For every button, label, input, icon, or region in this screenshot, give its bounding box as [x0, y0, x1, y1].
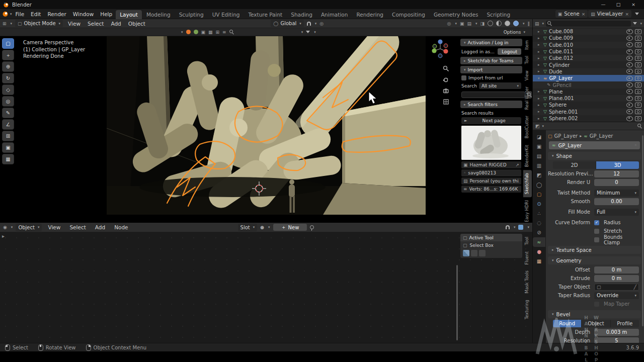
scene-unlink-icon[interactable]: × [582, 12, 586, 17]
disable-render-icon[interactable] [635, 116, 641, 121]
disable-render-icon[interactable] [635, 62, 641, 67]
slot-selector[interactable]: Slot ▾ [238, 224, 258, 231]
render-u-field[interactable]: 0 [594, 179, 639, 186]
active-tool-header[interactable]: ▢ Active Tool [460, 234, 522, 241]
pivot-point-icon[interactable]: ◎ [447, 21, 451, 26]
outliner-row-sphere002[interactable]: ▸▽Sphere.002 [533, 115, 644, 122]
resolution-preview-field[interactable]: 12 [594, 170, 639, 177]
editor-type-icon[interactable]: ⊞ [3, 21, 7, 26]
pattern-icon[interactable]: ▦ [208, 30, 213, 35]
tab-view[interactable]: View [523, 67, 532, 83]
hide-viewport-icon[interactable] [626, 103, 633, 108]
matcap-ball-icon[interactable] [194, 30, 198, 34]
tool-select-box[interactable]: ▢ [2, 38, 14, 49]
sketchfab-search-input[interactable] [461, 92, 525, 98]
menu-view[interactable]: View [66, 21, 83, 27]
menu-select[interactable]: Select [86, 21, 106, 27]
disable-render-icon[interactable] [635, 89, 641, 94]
hide-viewport-icon[interactable] [626, 69, 633, 74]
editor-type-icon[interactable]: ◉ [3, 225, 7, 230]
search-icon[interactable] [637, 124, 642, 128]
tab-blenderkit[interactable]: BlenderKit [523, 142, 532, 170]
snap-icon[interactable] [506, 225, 510, 229]
outliner-row-gp-layer[interactable]: ▾≈GP_Layer [533, 75, 644, 81]
brush-thumb[interactable] [463, 250, 469, 256]
breadcrumb-collapse-icon[interactable]: ▸ [2, 233, 5, 239]
shading-solid-icon[interactable] [496, 21, 502, 26]
brush-thumb[interactable] [479, 250, 486, 256]
map-taper-checkbox[interactable] [594, 302, 599, 307]
taper-object-field[interactable]: ▢ ╱ [594, 284, 639, 291]
geometry-panel-header[interactable]: ▾ Geometry [548, 256, 641, 264]
expand-icon[interactable]: ▸ [538, 56, 541, 60]
next-page-button[interactable]: ► Next page [461, 117, 521, 124]
brush-thumb[interactable] [471, 250, 477, 256]
workspace-tab-modeling[interactable]: Modeling [142, 10, 175, 19]
tab-texture-properties[interactable]: ▦ [533, 256, 545, 266]
tab-render-properties[interactable]: ▣ [533, 142, 545, 151]
outliner-row-cube009[interactable]: ▸▽Cube.009 [533, 35, 644, 41]
view-layer-unlink-icon[interactable]: × [625, 12, 629, 17]
tool-extra-2[interactable]: ▦ [2, 154, 14, 164]
tab-world-properties[interactable]: ◯ [533, 180, 545, 190]
texture-icon[interactable]: ▣ [201, 30, 206, 35]
logout-button[interactable]: Logout [498, 48, 521, 55]
outliner-row-plane[interactable]: ▸▽Plane [533, 88, 644, 95]
expand-icon[interactable]: ▸ [538, 69, 541, 73]
tab-tool[interactable]: Tool [523, 234, 532, 248]
transform-orientation-selector[interactable]: ◯ Global ▾ [271, 20, 304, 27]
outliner-row-dude[interactable]: ▸▽Dude [533, 68, 644, 75]
filter-icon[interactable] [633, 22, 637, 25]
minimize-button[interactable]: — [596, 0, 611, 9]
hide-viewport-icon[interactable] [626, 56, 633, 61]
offset-field[interactable]: 0 m [594, 266, 639, 274]
ortho-toggle-icon[interactable] [443, 99, 449, 105]
tab-modifier-properties[interactable]: ⊙ [533, 199, 545, 209]
tool-move[interactable]: ⊕ [2, 61, 14, 72]
teams-panel-header[interactable]: ▸ Sketchfab for Teams [460, 57, 522, 64]
workspace-tab-uv-editing[interactable]: UV Editing [208, 10, 244, 19]
disable-render-icon[interactable] [635, 29, 641, 34]
menu-select[interactable]: Select [66, 224, 89, 230]
tab-mask-tools[interactable]: Mask Tools [523, 267, 532, 297]
menu-node[interactable]: Node [111, 224, 131, 230]
tab-tool[interactable]: Tool [523, 53, 532, 67]
node-canvas[interactable]: ▸ [0, 232, 532, 343]
menu-add[interactable]: Add [109, 21, 123, 27]
list-icon[interactable]: ≡ [222, 30, 226, 35]
menu-window[interactable]: Window [70, 11, 97, 17]
outliner-row-cylinder[interactable]: ▸▽Cylinder [533, 61, 644, 68]
navigation-gizmo[interactable] [429, 37, 452, 62]
search-icon[interactable] [229, 30, 234, 34]
fake-user-icon[interactable]: ◦ [634, 143, 637, 148]
tab-physics-properties[interactable]: ◌ [533, 218, 545, 228]
outliner-row-cube010[interactable]: ▸▽Cube.010 [533, 42, 644, 48]
disable-render-icon[interactable] [635, 109, 641, 114]
workspace-tab-shading[interactable]: Shading [287, 10, 316, 19]
data-name-field[interactable]: ≈ GP_Layer ◦ [549, 141, 640, 149]
tool-annotate[interactable]: ✎ [2, 108, 14, 118]
expand-icon[interactable]: ▸ [538, 30, 541, 34]
tab-object-properties[interactable]: ▢ [533, 190, 545, 199]
stretch-checkbox[interactable] [594, 229, 599, 234]
scene-selector[interactable]: ▣ Scene × [555, 10, 588, 18]
expand-icon[interactable]: ▸ [538, 50, 541, 54]
outliner-row-gpencil[interactable]: ✎GPencil [533, 81, 644, 88]
breadcrumb-data[interactable]: GP_Layer [590, 133, 613, 139]
editor-type-icon[interactable]: ▤ [535, 21, 539, 26]
menu-view[interactable]: View [45, 224, 63, 230]
hide-viewport-icon[interactable] [626, 49, 633, 54]
tool-extra-1[interactable]: ▣ [2, 142, 14, 153]
disable-render-icon[interactable] [635, 42, 641, 47]
bevel-round-button[interactable]: Round [553, 320, 582, 327]
smooth-field[interactable]: 0.00 [594, 198, 639, 205]
tab-real-water[interactable]: Real Water [523, 83, 532, 113]
tool-transform[interactable]: ◎ [2, 96, 14, 107]
search-site-dropdown[interactable]: All site ▾ [479, 82, 521, 89]
overlay-toggle-icon[interactable] [518, 225, 523, 230]
filter-funnel-icon[interactable] [306, 31, 310, 33]
overlays-icon[interactable]: ▤ [467, 21, 471, 26]
tab-sketchfab[interactable]: Sketchfab [523, 170, 532, 197]
disable-render-icon[interactable] [635, 96, 641, 101]
workspace-tab-animation[interactable]: Animation [317, 10, 352, 19]
